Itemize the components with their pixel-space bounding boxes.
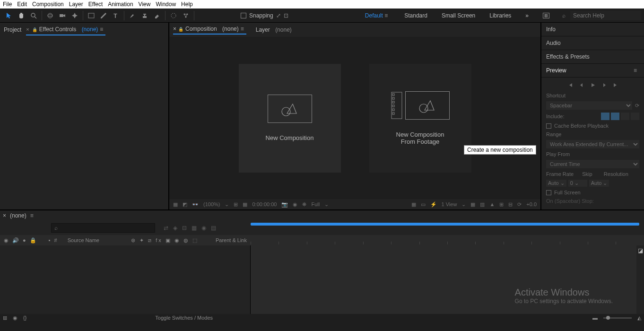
workspace-default[interactable]: Default — [365, 12, 390, 19]
draft-icon[interactable]: ⚡ — [430, 201, 437, 208]
lock-icon[interactable] — [32, 26, 37, 33]
menu-animation[interactable]: Animation — [108, 1, 133, 8]
grid-icon[interactable]: ▦ — [243, 201, 247, 208]
display-icon[interactable]: ▦ — [173, 201, 178, 208]
pen-tool-icon[interactable] — [98, 10, 109, 21]
camera-tool-icon[interactable] — [57, 10, 68, 21]
include-video-icon[interactable] — [601, 113, 609, 120]
play-icon[interactable] — [590, 82, 596, 88]
transparency-grid-icon[interactable]: ▦ — [411, 201, 416, 208]
close-icon[interactable]: × — [26, 26, 29, 32]
menu-view[interactable]: View — [139, 1, 151, 8]
lock-column-icon[interactable]: 🔒 — [30, 237, 36, 244]
resolution-icon[interactable]: ⊞ — [234, 201, 238, 208]
zoom-tool-icon[interactable] — [28, 10, 39, 21]
snap-option-icon[interactable]: ⤢ — [276, 12, 281, 19]
panel-menu-icon[interactable] — [241, 26, 246, 32]
work-area-bar[interactable] — [251, 223, 639, 226]
play-from-select[interactable]: Current Time — [546, 160, 639, 168]
tab-composition[interactable]: × Composition (none) — [173, 26, 246, 35]
motion-blur-icon[interactable]: ◉ — [201, 225, 206, 231]
new-composition-from-footage-button[interactable]: New CompositionFrom Footage — [369, 64, 471, 173]
timeline-tracks[interactable]: Activate Windows Go to PC settings to ac… — [251, 245, 636, 314]
orbit-tool-icon[interactable] — [45, 10, 55, 21]
audio-column-icon[interactable]: 🔊 — [12, 237, 19, 244]
fast-preview-icon[interactable]: ▲ — [489, 201, 495, 207]
hand-tool-icon[interactable] — [16, 10, 26, 21]
number-column[interactable]: # — [54, 237, 57, 243]
include-overlays-icon[interactable] — [621, 113, 629, 120]
footer-icon-3[interactable]: {} — [23, 315, 26, 321]
footer-icon-1[interactable]: ⊞ — [3, 315, 7, 321]
menu-help[interactable]: Help — [181, 1, 193, 8]
search-help-input[interactable] — [570, 11, 641, 20]
workspace-standard[interactable]: Standard — [404, 12, 427, 19]
full-screen-checkbox[interactable] — [546, 190, 551, 195]
selection-tool-icon[interactable] — [4, 10, 14, 21]
snapshot-icon[interactable]: 📷 — [281, 201, 288, 208]
snapping-checkbox[interactable] — [241, 13, 246, 18]
snap-option2-icon[interactable]: ⊡ — [284, 12, 288, 19]
expand-panel-icon[interactable]: ◪ — [636, 245, 644, 314]
close-icon[interactable]: × — [3, 212, 6, 219]
comp-mini-flowchart-icon[interactable]: ⇄ — [164, 225, 168, 231]
exposure-value[interactable]: +0.0 — [526, 201, 537, 207]
pixel-aspect-icon[interactable]: ▥ — [480, 201, 485, 208]
panel-info[interactable]: Info — [541, 23, 644, 36]
reset-exposure-icon[interactable]: ⟳ — [517, 201, 522, 208]
prev-frame-icon[interactable] — [579, 82, 584, 88]
toggle-alpha-icon[interactable]: ◩ — [183, 201, 187, 208]
panel-effects-presets[interactable]: Effects & Presets — [541, 50, 644, 64]
pan-behind-tool-icon[interactable] — [70, 10, 80, 21]
source-name-column[interactable]: Source Name — [68, 237, 99, 243]
workspace-overflow-icon[interactable]: » — [525, 12, 529, 19]
timecode[interactable]: 0:00:00:00 — [252, 201, 277, 207]
workspace-reset-icon[interactable]: ⊞ — [543, 13, 549, 18]
channel-icon[interactable]: ◉ — [293, 201, 297, 208]
zoom-slider[interactable] — [603, 317, 632, 319]
time-ruler[interactable] — [251, 235, 644, 245]
hide-shy-icon[interactable]: ⊟ — [182, 225, 187, 231]
menu-edit[interactable]: Edit — [17, 1, 27, 8]
first-frame-icon[interactable] — [567, 82, 573, 88]
view-select[interactable]: 1 View — [442, 201, 457, 207]
range-select[interactable]: Work Area Extended By Current... — [546, 140, 639, 148]
type-tool-icon[interactable]: T — [111, 10, 121, 21]
new-composition-button[interactable]: New Composition — [239, 64, 341, 173]
menu-composition[interactable]: Composition — [32, 1, 64, 8]
include-cache-icon[interactable] — [631, 113, 639, 120]
menu-layer[interactable]: Layer — [69, 1, 83, 8]
flowchart-icon[interactable]: ⊟ — [508, 201, 513, 208]
timeline-search-input[interactable] — [51, 223, 155, 233]
menu-file[interactable]: File — [3, 1, 12, 8]
panel-preview[interactable]: Preview — [541, 64, 644, 78]
parent-column[interactable]: Parent & Link — [216, 237, 247, 243]
roto-brush-tool-icon[interactable] — [168, 10, 179, 21]
tab-project[interactable]: Project — [4, 25, 21, 35]
puppet-tool-icon[interactable] — [181, 10, 191, 21]
close-icon[interactable]: × — [173, 26, 176, 32]
include-audio-icon[interactable] — [611, 113, 619, 120]
color-icon[interactable]: ❋ — [302, 201, 306, 208]
zoom-out-icon[interactable]: ▬ — [592, 315, 598, 321]
resolution-select[interactable]: Auto ⌄ — [589, 180, 609, 187]
av-column-icon[interactable]: ◉ — [4, 237, 9, 244]
draft-3d-icon[interactable]: ◈ — [173, 225, 177, 231]
menu-window[interactable]: Window — [156, 1, 176, 8]
panel-menu-icon[interactable] — [30, 212, 36, 219]
rectangle-tool-icon[interactable] — [86, 10, 96, 21]
frame-rate-select[interactable]: Auto ⌄ — [546, 180, 566, 187]
reset-icon[interactable]: ⟳ — [635, 103, 639, 109]
mask-icon[interactable]: 👓 — [192, 201, 199, 208]
toggle-switches-modes[interactable]: Toggle Switches / Modes — [155, 315, 213, 321]
last-frame-icon[interactable] — [613, 82, 618, 88]
footer-icon-2[interactable]: ◉ — [13, 315, 17, 321]
next-frame-icon[interactable] — [601, 82, 607, 88]
region-icon[interactable]: ▭ — [421, 201, 426, 208]
timeline-tab[interactable]: (none) — [10, 212, 26, 219]
resolution-select[interactable]: Full — [311, 201, 320, 207]
solo-column-icon[interactable]: ● — [23, 237, 26, 243]
zoom-value[interactable]: (100%) — [203, 201, 220, 207]
label-column-icon[interactable]: ▪ — [49, 237, 51, 243]
timeline-icon[interactable]: ⊞ — [499, 201, 504, 208]
